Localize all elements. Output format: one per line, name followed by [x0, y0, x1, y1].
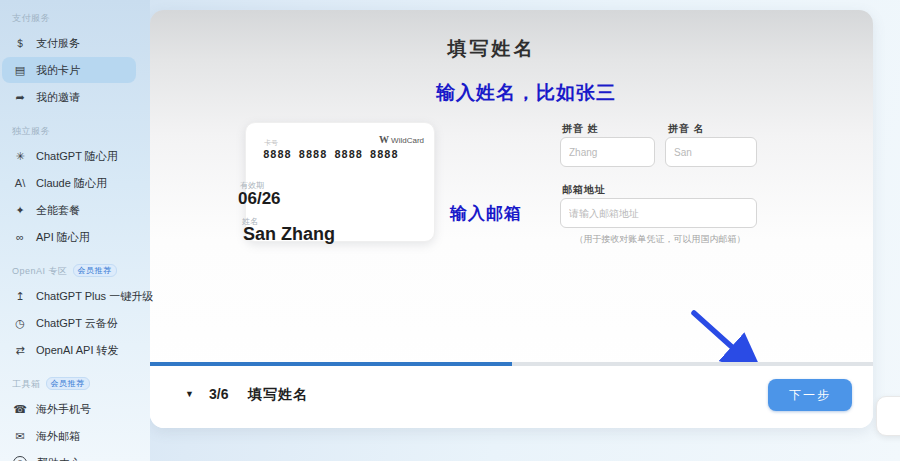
sidebar-item-plus-upgrade[interactable]: ↥ ChatGPT Plus 一键升级	[2, 283, 136, 309]
email-label: 邮箱地址	[562, 183, 606, 197]
card-expiry: 06/26	[238, 189, 281, 209]
payment-icon: ＄	[12, 36, 28, 51]
relay-icon: ⇄	[12, 344, 28, 357]
next-step-button[interactable]: 下一步	[768, 379, 852, 411]
sidebar-item-overseas-email[interactable]: ✉ 海外邮箱	[2, 423, 136, 449]
sidebar-item-label: OpenAI API 转发	[36, 343, 119, 358]
section-header-label: OpenAI 专区	[12, 266, 68, 276]
step-title: 填写姓名	[248, 386, 308, 404]
annotation-enter-name: 输入姓名，比如张三	[436, 80, 616, 106]
sidebar-item-label: 全能套餐	[36, 203, 80, 218]
wildcard-logo: WWildCard	[379, 134, 424, 145]
sidebar-item-label: 海外手机号	[36, 402, 91, 417]
sidebar-item-label: ChatGPT 随心用	[36, 149, 118, 164]
sidebar-item-chatgpt[interactable]: ✳ ChatGPT 随心用	[2, 143, 136, 169]
recommend-badge: 会员推荐	[46, 377, 90, 390]
section-header-label: 独立服务	[12, 126, 50, 136]
sidebar-item-label: 我的邀请	[36, 90, 80, 105]
sidebar-item-all-in-one[interactable]: ✦ 全能套餐	[2, 197, 136, 223]
section-header-label: 工具箱	[12, 379, 41, 389]
wildcard-logo-initial: W	[379, 134, 389, 145]
sidebar-item-cloud-backup[interactable]: ◷ ChatGPT 云备份	[2, 310, 136, 336]
help-icon: ?	[13, 456, 27, 461]
mail-icon: ✉	[12, 430, 28, 443]
upgrade-icon: ↥	[12, 290, 28, 303]
invite-icon: ➦	[12, 91, 28, 104]
sidebar: 支付服务 ＄ 支付服务 ▤ 我的卡片 ➦ 我的邀请 独立服务 ✳ ChatGPT…	[0, 0, 150, 461]
section-header-label: 支付服务	[12, 13, 50, 23]
card-number: 8888 8888 8888 8888	[263, 148, 398, 161]
annotation-enter-email: 输入邮箱	[450, 202, 522, 225]
sidebar-item-my-cards[interactable]: ▤ 我的卡片	[2, 57, 136, 83]
sidebar-item-my-invites[interactable]: ➦ 我的邀请	[2, 84, 136, 110]
section-header-standalone: 独立服务	[12, 125, 138, 138]
pinyin-first-name-input[interactable]	[665, 137, 757, 167]
email-input[interactable]	[560, 198, 757, 228]
section-header-toolbox: 工具箱会员推荐	[12, 378, 138, 391]
openai-icon: ✳	[12, 150, 28, 163]
pinyin-last-name-label: 拼音 姓	[562, 122, 599, 136]
recommend-badge: 会员推荐	[73, 264, 117, 277]
floating-widget[interactable]	[876, 396, 900, 436]
credit-card-icon: ▤	[12, 64, 28, 77]
virtual-card-preview: WWildCard 卡号 8888 8888 8888 8888 有效期 06/…	[245, 122, 435, 242]
email-hint: （用于接收对账单凭证，可以用国内邮箱）	[560, 233, 760, 246]
sidebar-item-label: 支付服务	[36, 36, 80, 51]
section-header-payment: 支付服务	[12, 12, 138, 25]
wildcard-logo-name: WildCard	[391, 136, 424, 145]
card-holder-name: San Zhang	[243, 224, 335, 245]
sidebar-item-api-relay[interactable]: ⇄ OpenAI API 转发	[2, 337, 136, 363]
sidebar-item-label: 海外邮箱	[36, 429, 80, 444]
sidebar-item-label: 帮助中心	[37, 456, 81, 461]
section-header-openai-zone: OpenAI 专区会员推荐	[12, 265, 138, 278]
sidebar-item-overseas-phone[interactable]: ☎ 海外手机号	[2, 396, 136, 422]
step-counter: 3/6	[209, 386, 228, 402]
clock-icon: ◷	[12, 317, 28, 330]
link-icon: ∞	[12, 231, 28, 243]
collapse-caret-icon[interactable]: ▼	[185, 389, 194, 399]
sparkle-icon: ✦	[12, 204, 28, 217]
sidebar-item-label: 我的卡片	[36, 63, 80, 78]
sidebar-item-label: ChatGPT 云备份	[36, 316, 118, 331]
page-title: 填写姓名	[150, 36, 833, 62]
card-number-label: 卡号	[264, 138, 278, 148]
main-panel: 填写姓名 输入姓名，比如张三 输入邮箱 WWildCard 卡号 8888 88…	[150, 10, 873, 428]
wizard-footer: ▼ 3/6 填写姓名 下一步	[150, 366, 873, 428]
sidebar-item-api[interactable]: ∞ API 随心用	[2, 224, 136, 250]
anthropic-icon: A\	[12, 177, 28, 189]
sidebar-item-claude[interactable]: A\ Claude 随心用	[2, 170, 136, 196]
phone-icon: ☎	[12, 403, 28, 416]
pinyin-first-name-label: 拼音 名	[668, 122, 705, 136]
sidebar-item-label: ChatGPT Plus 一键升级	[36, 289, 153, 304]
sidebar-item-payment-service[interactable]: ＄ 支付服务	[2, 30, 136, 56]
pinyin-last-name-input[interactable]	[560, 137, 655, 167]
sidebar-item-help-center[interactable]: ? 帮助中心	[2, 450, 136, 461]
sidebar-item-label: Claude 随心用	[36, 176, 107, 191]
sidebar-item-label: API 随心用	[36, 230, 90, 245]
